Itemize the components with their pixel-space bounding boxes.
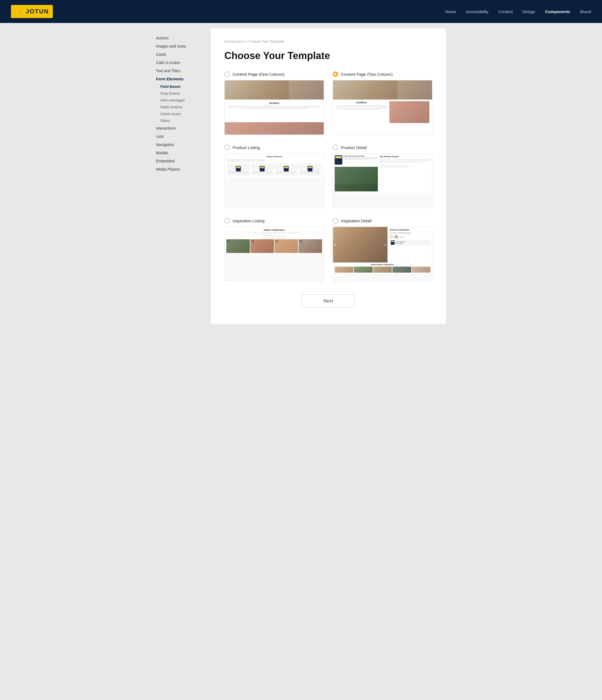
preview-id-product: LADY SupremeFinish Matt (390, 240, 430, 245)
sidebar-sub-alert[interactable]: Alert messages (160, 97, 211, 104)
next-button[interactable]: Next (302, 295, 356, 308)
pd-text-4 (380, 162, 420, 163)
sidebar-item-embedded[interactable]: Embedded (156, 157, 211, 165)
preview-id-product-can (391, 240, 394, 245)
pd-line-2 (343, 158, 378, 159)
card-text-1 (229, 172, 247, 173)
il-img-3 (274, 239, 298, 253)
sidebar-sub-filters[interactable]: Filters (160, 117, 211, 124)
preview-headline: Headline (228, 102, 320, 104)
il-img-2 (250, 239, 274, 253)
filter-block-1 (227, 159, 241, 162)
main-nav: Home Accessibility Content Design Compon… (445, 9, 591, 14)
card-text-2 (253, 172, 271, 173)
page-title: Choose Your Template (224, 50, 432, 61)
template-radio-inspiration-detail[interactable] (333, 218, 338, 223)
product-card-2 (251, 163, 274, 176)
template-preview-product-detail[interactable]: LADY Supreme Finish Matt (333, 153, 432, 208)
preview-pd-left: LADY Supreme Finish Matt (335, 155, 378, 192)
nav-design[interactable]: Design (523, 9, 535, 14)
preview-pd-text-lines (380, 159, 431, 163)
preview-pd-can-area: LADY Supreme Finish Matt (335, 155, 378, 165)
sidebar-sub-field-based[interactable]: Field Based (160, 83, 211, 90)
template-radio-inspiration-listing[interactable] (224, 218, 230, 223)
nav-components[interactable]: Components (545, 9, 570, 14)
template-inspiration-detail[interactable]: Inspiration Detail Kitchen Inspiration Y… (333, 218, 432, 281)
preview-id-bottom-title: More Kitchen Inspiration (335, 264, 430, 266)
nav-home[interactable]: Home (445, 9, 456, 14)
preview-pd-can (335, 155, 342, 165)
card-text-4 (301, 172, 319, 173)
sidebar-item-interactions[interactable]: Interactions (156, 124, 211, 132)
sidebar-item-actions[interactable]: Actions (156, 34, 211, 42)
product-card-1 (227, 163, 250, 176)
sidebar-item-form-elements[interactable]: Form Elements (156, 75, 211, 83)
preview-il-subtitle-2 (254, 233, 295, 234)
can-4 (308, 166, 313, 171)
sidebar-item-modals[interactable]: Modals (156, 149, 211, 157)
preview-pl-grid (227, 163, 321, 176)
preview-pl-title: Jotun Products (227, 155, 321, 158)
sidebar-sub-dropdowns[interactable]: Drop Downs (160, 90, 211, 97)
id-thumb-1 (335, 267, 353, 273)
template-header-one-col: Content Page (One Column) (224, 71, 324, 77)
svg-text:👍: 👍 (16, 8, 22, 15)
template-radio-one-col[interactable] (224, 71, 230, 77)
preview-id-product-text: LADY SupremeFinish Matt (396, 241, 405, 244)
template-product-detail[interactable]: Product Detail LADY Supreme Finish Matt (333, 145, 432, 208)
pd-text-1 (380, 159, 431, 159)
sidebar-sub-radio[interactable]: Radio buttons (160, 104, 211, 110)
template-inspiration-listing[interactable]: Inspiration Listing Indoor Inspiration (224, 218, 324, 281)
sidebar-item-lists[interactable]: Lists (156, 132, 211, 141)
template-radio-two-col[interactable] (333, 71, 338, 77)
bullet-3 (380, 167, 408, 168)
template-product-listing[interactable]: Product Listing Jotun Products (224, 145, 324, 208)
template-label-product-listing: Product Listing (233, 145, 260, 150)
preview-text-a (336, 105, 387, 106)
template-preview-inspiration-detail[interactable]: Kitchen Inspiration Your Trim and Window… (333, 227, 432, 281)
id-thumb-5 (412, 267, 430, 273)
preview-id-subtitle: Your Trim and Window Detail (390, 232, 430, 234)
sidebar-item-cta[interactable]: Calls to Action (156, 58, 211, 67)
pd-line-1 (343, 157, 378, 158)
template-content-one-col[interactable]: Content Page (One Column) Headline (224, 71, 324, 135)
can-3 (284, 166, 289, 171)
nav-content[interactable]: Content (498, 9, 513, 14)
preview-text-d (343, 109, 380, 110)
can-1 (236, 166, 241, 171)
template-label-inspiration-listing: Inspiration Listing (233, 219, 265, 223)
bullet-1 (380, 165, 410, 166)
pd-text-3 (380, 161, 431, 161)
nav-brand[interactable]: Brand (580, 9, 591, 14)
preview-il-grid (225, 239, 324, 253)
template-preview-one-col[interactable]: Headline (224, 80, 324, 135)
sidebar-item-images-icons[interactable]: Images and Icons (156, 42, 211, 50)
preview-inspiration-detail-inner: Kitchen Inspiration Your Trim and Window… (333, 227, 432, 273)
sidebar-item-media-players[interactable]: Media Players (156, 165, 211, 173)
preview-text-b (336, 106, 387, 107)
sidebar-item-text-titles[interactable]: Text and Titles (156, 67, 211, 75)
next-btn-wrapper: Next (224, 295, 432, 308)
template-radio-product-detail[interactable] (333, 145, 338, 150)
preview-il-header: Indoor Inspiration (225, 227, 324, 235)
template-header-inspiration-listing: Inspiration Listing (224, 218, 324, 223)
preview-text-1 (228, 105, 320, 106)
id-thumb-2 (354, 267, 372, 273)
nav-accessibility[interactable]: Accessibility (466, 9, 488, 14)
preview-il-filters (225, 235, 324, 238)
preview-id-room (333, 227, 387, 262)
preview-body: Headline (225, 100, 324, 122)
logo[interactable]: 👍 JOTUN (11, 5, 53, 18)
template-header-two-col: Content Page (Two Column) (333, 71, 432, 77)
sidebar-item-cards[interactable]: Cards (156, 50, 211, 58)
sidebar-sub-checkboxes[interactable]: Check boxes (160, 110, 211, 117)
preview-id-main: Kitchen Inspiration Your Trim and Window… (333, 227, 432, 262)
template-preview-inspiration-listing[interactable]: Indoor Inspiration (224, 227, 324, 281)
template-content-two-col[interactable]: Content Page (Two Column) Headline (333, 71, 432, 135)
template-radio-product-listing[interactable] (224, 145, 230, 150)
preview-hero-two-col (333, 80, 432, 100)
card-text-3 (277, 172, 295, 173)
sidebar-item-navigation[interactable]: Navigation (156, 141, 211, 149)
template-preview-two-col[interactable]: Headline (333, 80, 432, 135)
template-preview-product-listing[interactable]: Jotun Products (224, 153, 324, 208)
